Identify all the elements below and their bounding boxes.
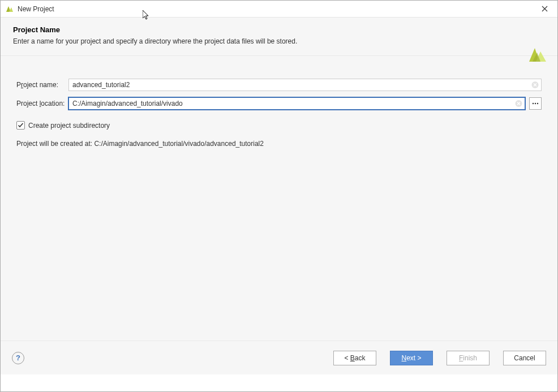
dialog-content: Project Name Enter a name for your proje… xyxy=(1,18,557,374)
next-button[interactable]: Next > xyxy=(390,351,433,365)
creation-path-text: Project will be created at: C:/Aimagin/a… xyxy=(16,140,542,148)
back-button[interactable]: < Back xyxy=(333,351,376,365)
clear-location-icon[interactable] xyxy=(515,100,522,107)
dialog-header: Project Name Enter a name for your proje… xyxy=(1,18,557,56)
svg-point-2 xyxy=(533,103,534,104)
app-icon xyxy=(5,5,14,14)
project-location-row: Project location: xyxy=(16,97,542,110)
project-location-label: Project location: xyxy=(16,100,68,107)
form-area: Project name: Project location: xyxy=(1,56,557,341)
finish-button: Finish xyxy=(447,351,490,365)
titlebar: New Project xyxy=(1,1,557,18)
page-description: Enter a name for your project and specif… xyxy=(13,37,545,45)
vivado-logo xyxy=(527,45,547,67)
help-button[interactable]: ? xyxy=(12,352,24,364)
cancel-button[interactable]: Cancel xyxy=(503,351,546,365)
project-name-input[interactable] xyxy=(68,79,542,91)
page-title: Project Name xyxy=(13,25,545,34)
close-button[interactable] xyxy=(536,2,553,16)
svg-point-4 xyxy=(537,103,538,104)
window-title: New Project xyxy=(18,5,54,13)
browse-location-button[interactable] xyxy=(529,97,542,110)
clear-name-icon[interactable] xyxy=(531,81,539,89)
create-subdir-row: Create project subdirectory xyxy=(16,121,542,130)
create-subdir-checkbox[interactable] xyxy=(16,121,25,130)
svg-point-3 xyxy=(535,103,536,104)
create-subdir-label: Create project subdirectory xyxy=(28,122,110,130)
dialog-footer: ? < Back Next > Finish Cancel xyxy=(1,341,557,374)
project-name-row: Project name: xyxy=(16,79,542,91)
project-name-label: Project name: xyxy=(16,81,68,89)
project-location-input[interactable] xyxy=(68,97,525,110)
